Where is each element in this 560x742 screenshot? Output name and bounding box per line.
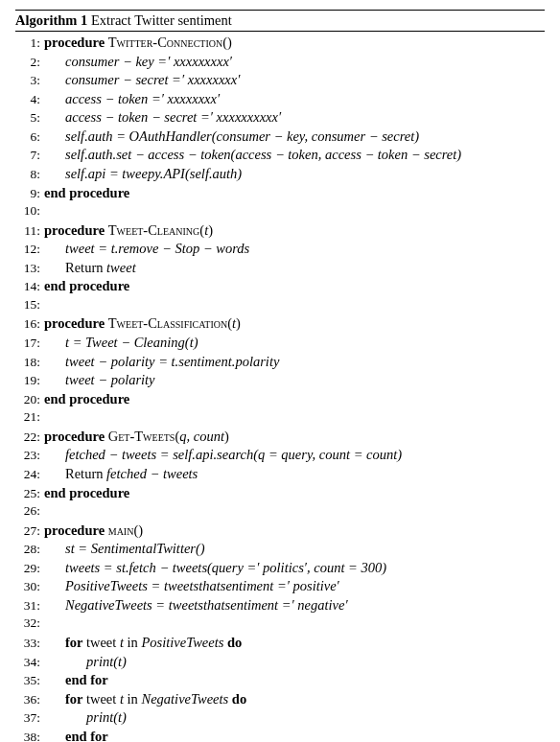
algo-line: 31:NegativeTweets = tweetsthatsentiment … bbox=[15, 596, 545, 615]
line-content: Return fetched − tweets bbox=[44, 465, 545, 484]
line-number: 33: bbox=[15, 635, 44, 652]
line-number: 2: bbox=[15, 54, 44, 71]
line-number: 7: bbox=[15, 147, 44, 164]
line-number: 19: bbox=[15, 372, 44, 389]
algo-line: 34:print(t) bbox=[15, 653, 545, 672]
algo-line: 8:self.api = tweepy.API(self.auth) bbox=[15, 165, 545, 184]
line-content: procedure Tweet-Classification(t) bbox=[44, 314, 545, 334]
line-number: 4: bbox=[15, 91, 44, 108]
line-content: end procedure bbox=[44, 184, 545, 203]
algo-line: 1:procedure Twitter-Connection() bbox=[15, 34, 545, 53]
line-content: t = Tweet − Cleaning(t) bbox=[44, 334, 545, 353]
algo-line: 2:consumer − key =′ xxxxxxxxx′ bbox=[15, 53, 545, 72]
line-number: 32: bbox=[15, 614, 44, 632]
algo-line: 33:for tweet t in PositiveTweets do bbox=[15, 634, 545, 653]
algo-line: 6:self.auth = OAuthHandler(consumer − ke… bbox=[15, 128, 545, 147]
line-number: 34: bbox=[15, 654, 44, 671]
line-number: 17: bbox=[15, 335, 44, 352]
algo-line: 4:access − token =′ xxxxxxxx′ bbox=[15, 90, 545, 109]
line-number: 36: bbox=[15, 691, 44, 708]
line-number: 14: bbox=[15, 278, 44, 295]
algo-line: 3:consumer − secret =′ xxxxxxxx′ bbox=[15, 71, 545, 90]
algo-line: 30:PositiveTweets = tweetsthatsentiment … bbox=[15, 577, 545, 596]
algo-line: 18:tweet − polarity = t.sentiment.polari… bbox=[15, 353, 545, 372]
algo-line: 38:end for bbox=[15, 728, 545, 742]
line-content: consumer − secret =′ xxxxxxxx′ bbox=[44, 71, 545, 90]
line-content: print(t) bbox=[44, 708, 545, 728]
algo-line: 15: bbox=[15, 296, 545, 315]
line-content: st = SentimentalTwitter() bbox=[44, 540, 545, 559]
line-number: 9: bbox=[15, 185, 44, 202]
line-number: 27: bbox=[15, 522, 44, 540]
line-number: 26: bbox=[15, 502, 44, 520]
line-number: 10: bbox=[15, 202, 44, 220]
algorithm-title: Extract Twitter sentiment bbox=[91, 12, 232, 28]
line-content: consumer − key =′ xxxxxxxxx′ bbox=[44, 53, 545, 72]
algo-line: 35:end for bbox=[15, 671, 545, 690]
line-content: fetched − tweets = self.api.search(q = q… bbox=[44, 446, 545, 465]
line-number: 29: bbox=[15, 560, 44, 577]
algorithm-title-row: Algorithm 1 Extract Twitter sentiment bbox=[15, 11, 545, 32]
algo-line: 11:procedure Tweet-Cleaning(t) bbox=[15, 221, 545, 241]
line-number: 11: bbox=[15, 222, 44, 240]
line-number: 18: bbox=[15, 354, 44, 371]
line-number: 20: bbox=[15, 391, 44, 408]
algo-line: 29:tweets = st.fetch − tweets(query =′ p… bbox=[15, 559, 545, 578]
algo-line: 12:tweet = t.remove − Stop − words bbox=[15, 240, 545, 259]
line-number: 25: bbox=[15, 485, 44, 502]
line-number: 12: bbox=[15, 241, 44, 258]
algo-line: 22:procedure Get-Tweets(q, count) bbox=[15, 428, 545, 447]
line-number: 21: bbox=[15, 408, 44, 426]
line-number: 30: bbox=[15, 578, 44, 595]
algo-line: 13:Return tweet bbox=[15, 259, 545, 278]
algo-line: 10: bbox=[15, 202, 545, 221]
line-content: for tweet t in PositiveTweets do bbox=[44, 634, 545, 653]
line-content: PositiveTweets = tweetsthatsentiment =′ … bbox=[44, 577, 545, 596]
line-content: print(t) bbox=[44, 653, 545, 672]
algo-line: 17:t = Tweet − Cleaning(t) bbox=[15, 334, 545, 353]
line-number: 1: bbox=[15, 35, 44, 52]
line-content: self.api = tweepy.API(self.auth) bbox=[44, 165, 545, 184]
line-content: procedure Get-Tweets(q, count) bbox=[44, 428, 545, 447]
line-content: Return tweet bbox=[44, 259, 545, 278]
algo-line: 20:end procedure bbox=[15, 390, 545, 409]
algo-line: 14:end procedure bbox=[15, 277, 545, 296]
line-number: 6: bbox=[15, 128, 44, 146]
line-number: 38: bbox=[15, 729, 44, 742]
algorithm-number: Algorithm 1 bbox=[15, 12, 87, 28]
line-number: 37: bbox=[15, 709, 44, 727]
algo-line: 32: bbox=[15, 614, 545, 634]
algo-line: 25:end procedure bbox=[15, 484, 545, 503]
line-number: 28: bbox=[15, 541, 44, 558]
algorithm-block: Algorithm 1 Extract Twitter sentiment 1:… bbox=[15, 10, 545, 742]
line-content: NegativeTweets = tweetsthatsentiment =′ … bbox=[44, 596, 545, 615]
line-number: 23: bbox=[15, 447, 44, 464]
algo-line: 28:st = SentimentalTwitter() bbox=[15, 540, 545, 559]
line-content: end for bbox=[44, 728, 545, 742]
algo-line: 23:fetched − tweets = self.api.search(q … bbox=[15, 446, 545, 465]
algo-line: 19:tweet − polarity bbox=[15, 371, 545, 390]
algo-line: 37:print(t) bbox=[15, 708, 545, 728]
algo-line: 27:procedure main() bbox=[15, 522, 545, 541]
line-number: 5: bbox=[15, 109, 44, 127]
line-content: access − token =′ xxxxxxxx′ bbox=[44, 90, 545, 109]
line-content: end for bbox=[44, 671, 545, 690]
line-number: 16: bbox=[15, 315, 44, 333]
algo-line: 24:Return fetched − tweets bbox=[15, 465, 545, 484]
line-content: tweet − polarity = t.sentiment.polarity bbox=[44, 353, 545, 372]
line-content: end procedure bbox=[44, 484, 545, 503]
line-number: 35: bbox=[15, 672, 44, 689]
algo-line: 26: bbox=[15, 502, 545, 522]
line-content: for tweet t in NegativeTweets do bbox=[44, 690, 545, 709]
line-content: tweet − polarity bbox=[44, 371, 545, 390]
line-content: self.auth = OAuthHandler(consumer − key,… bbox=[44, 128, 545, 147]
line-number: 13: bbox=[15, 260, 44, 277]
line-content: access − token − secret =′ xxxxxxxxxx′ bbox=[44, 108, 545, 128]
line-number: 22: bbox=[15, 429, 44, 446]
algo-line: 36:for tweet t in NegativeTweets do bbox=[15, 690, 545, 709]
line-content: self.auth.set − access − token(access − … bbox=[44, 146, 545, 165]
line-content: tweets = st.fetch − tweets(query =′ poli… bbox=[44, 559, 545, 578]
line-content: procedure Twitter-Connection() bbox=[44, 34, 545, 53]
algo-line: 7:self.auth.set − access − token(access … bbox=[15, 146, 545, 165]
algo-line: 5:access − token − secret =′ xxxxxxxxxx′ bbox=[15, 108, 545, 128]
